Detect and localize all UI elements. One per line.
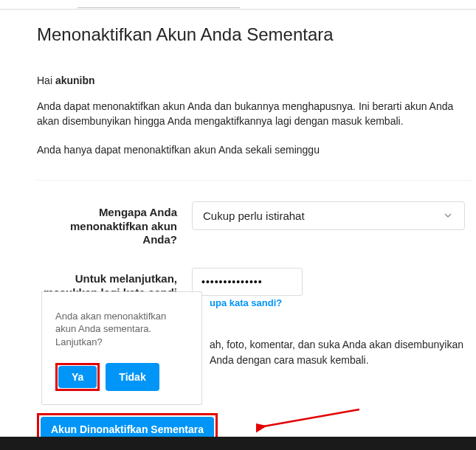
description-1: Anda dapat menonaktifkan akun Anda dan b… — [37, 100, 472, 128]
reason-select[interactable]: Cukup perlu istirahat — [192, 201, 465, 230]
reason-value: Cukup perlu istirahat — [203, 210, 305, 222]
chevron-down-icon — [442, 210, 454, 221]
page-title: Menonaktifkan Akun Anda Sementara — [37, 24, 476, 45]
reason-label: Mengapa Anda menonaktifkan akun Anda? — [37, 201, 192, 247]
greeting: Hai akunibn — [37, 75, 476, 86]
info-text: ah, foto, komentar, dan suka Anda akan d… — [210, 337, 475, 368]
yes-highlight: Ya — [55, 363, 100, 391]
username: akunibn — [55, 75, 95, 86]
forgot-password-link[interactable]: upa kata sandi? — [210, 297, 282, 308]
greeting-prefix: Hai — [37, 75, 55, 86]
arrow-annotation-icon — [256, 406, 367, 435]
popup-message: Anda akan menonaktifkan akun Anda sement… — [55, 310, 188, 349]
svg-line-1 — [263, 409, 359, 426]
confirm-popup: Anda akan menonaktifkan akun Anda sement… — [41, 291, 202, 406]
yes-button[interactable]: Ya — [58, 366, 97, 388]
no-button[interactable]: Tidak — [106, 363, 159, 391]
bottom-bar — [0, 437, 476, 450]
description-2: Anda hanya dapat menonaktifkan akun Anda… — [37, 143, 472, 158]
divider — [37, 180, 472, 181]
